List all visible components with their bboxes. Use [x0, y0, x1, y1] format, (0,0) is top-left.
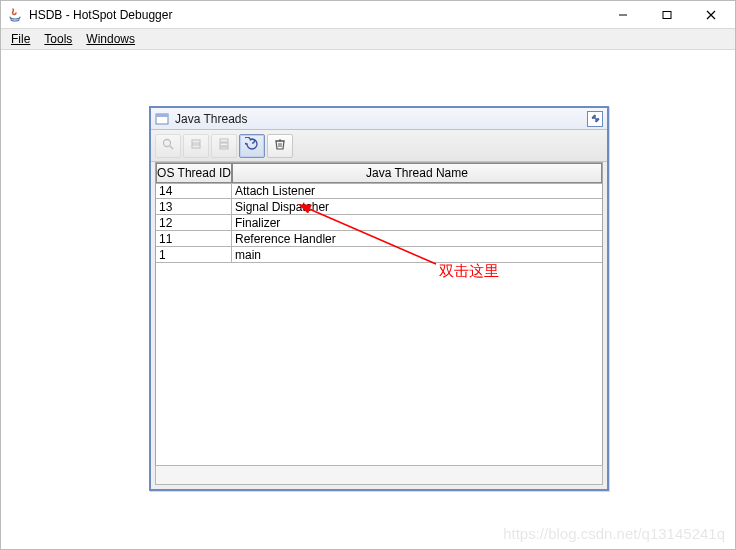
cell-java-thread-name: Signal Dispatcher: [232, 199, 602, 214]
minimize-button[interactable]: [601, 2, 645, 28]
svg-rect-10: [220, 143, 228, 146]
toolbar: [151, 130, 607, 162]
stack-memory-button[interactable]: [211, 134, 237, 158]
trash-icon: [273, 137, 287, 154]
show-java-frames-button[interactable]: [239, 134, 265, 158]
spiral-icon: [245, 137, 259, 154]
column-header-os-thread-id[interactable]: OS Thread ID: [156, 163, 232, 183]
internal-statusbar: [155, 465, 603, 485]
window-icon: [155, 112, 169, 126]
table-row[interactable]: 12 Finalizer: [156, 215, 602, 231]
svg-point-4: [164, 140, 171, 147]
window-title: HSDB - HotSpot Debugger: [29, 8, 172, 22]
menu-windows[interactable]: Windows: [80, 31, 141, 47]
menu-file[interactable]: File: [5, 31, 36, 47]
table-row[interactable]: 1 main: [156, 247, 602, 263]
client-area: Java Threads: [1, 50, 735, 548]
svg-line-5: [170, 146, 173, 149]
window-titlebar: HSDB - HotSpot Debugger: [1, 1, 735, 29]
internal-maximize-button[interactable]: [587, 111, 603, 127]
inspect-button[interactable]: [155, 134, 181, 158]
close-button[interactable]: [689, 2, 733, 28]
cell-java-thread-name: Reference Handler: [232, 231, 602, 246]
memory-button[interactable]: [183, 134, 209, 158]
watermark: https://blog.csdn.net/q13145241q: [503, 525, 725, 542]
svg-rect-11: [220, 147, 228, 149]
cell-java-thread-name: Finalizer: [232, 215, 602, 230]
table-header: OS Thread ID Java Thread Name: [156, 163, 602, 183]
cell-os-thread-id: 14: [156, 184, 232, 198]
cell-os-thread-id: 1: [156, 247, 232, 262]
internal-window-titlebar[interactable]: Java Threads: [151, 108, 607, 130]
java-icon: [7, 7, 23, 23]
search-icon: [161, 137, 175, 154]
column-header-java-thread-name[interactable]: Java Thread Name: [232, 163, 602, 183]
cell-os-thread-id: 13: [156, 199, 232, 214]
find-crashes-button[interactable]: [267, 134, 293, 158]
table-row[interactable]: 14 Attach Listener: [156, 183, 602, 199]
svg-rect-6: [192, 140, 200, 148]
menubar: File Tools Windows: [1, 29, 735, 50]
maximize-button[interactable]: [645, 2, 689, 28]
java-threads-window: Java Threads: [149, 106, 609, 491]
memory-icon: [189, 137, 203, 154]
cell-java-thread-name: Attach Listener: [232, 184, 602, 198]
cell-os-thread-id: 11: [156, 231, 232, 246]
stack-icon: [217, 137, 231, 154]
cell-java-thread-name: main: [232, 247, 602, 262]
table-body: 14 Attach Listener 13 Signal Dispatcher …: [156, 183, 602, 263]
table-row[interactable]: 11 Reference Handler: [156, 231, 602, 247]
cell-os-thread-id: 12: [156, 215, 232, 230]
threads-table-area: OS Thread ID Java Thread Name 14 Attach …: [155, 162, 603, 484]
svg-rect-1: [663, 11, 671, 18]
svg-rect-9: [220, 139, 228, 142]
menu-tools[interactable]: Tools: [38, 31, 78, 47]
table-row[interactable]: 13 Signal Dispatcher: [156, 199, 602, 215]
svg-rect-3: [156, 114, 168, 117]
internal-window-title: Java Threads: [175, 112, 248, 126]
